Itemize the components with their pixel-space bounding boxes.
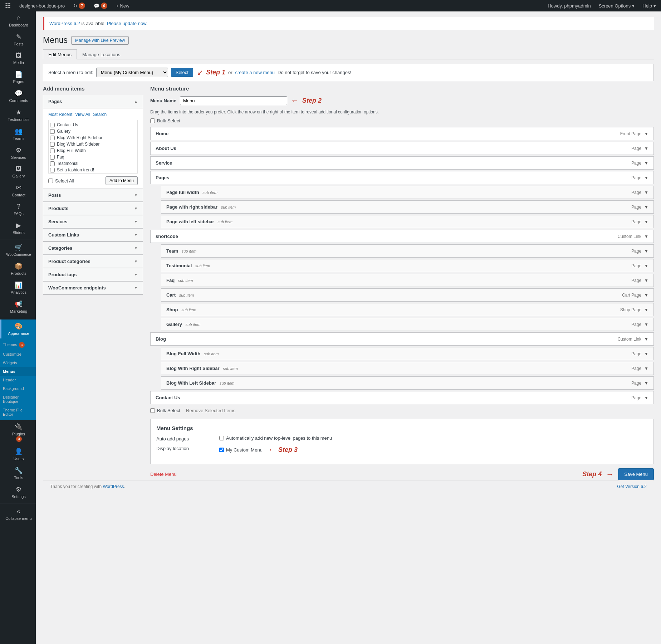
item-expand-shortcode[interactable]: ▼	[644, 234, 648, 239]
sidebar-item-faqs[interactable]: ? FAQs	[0, 200, 36, 219]
menu-item-shortcode[interactable]: shortcode Custom Link ▼	[150, 230, 654, 243]
sidebar-item-analytics[interactable]: 📊 Analytics	[0, 278, 36, 297]
menu-item-blog-full-width[interactable]: Blog Full Width sub item Page ▼	[161, 347, 654, 360]
please-update-link[interactable]: Please update now	[107, 21, 146, 26]
item-expand-about[interactable]: ▼	[644, 146, 648, 151]
location-checkbox-my-custom[interactable]	[219, 448, 224, 452]
menu-item-page-full-width[interactable]: Page full width sub item Page ▼	[161, 186, 654, 199]
pages-accordion-title[interactable]: Pages ▲	[43, 95, 143, 108]
categories-accordion-title[interactable]: Categories ▼	[43, 242, 143, 255]
menu-item-service[interactable]: Service Page ▼	[150, 156, 654, 170]
menu-item-team[interactable]: Team sub item Page ▼	[161, 244, 654, 258]
wp-version-link[interactable]: WordPress 6.2	[49, 21, 81, 26]
menu-item-about[interactable]: About Us Page ▼	[150, 142, 654, 155]
bulk-select-bottom-checkbox[interactable]	[150, 408, 155, 413]
submenu-menus[interactable]: Menus	[0, 367, 36, 376]
sidebar-item-products[interactable]: 📦 Products	[0, 259, 36, 278]
menu-item-blog-left[interactable]: Blog With Left Sidebar sub item Page ▼	[161, 376, 654, 390]
sidebar-item-users[interactable]: 👤 Users	[0, 445, 36, 464]
sidebar-item-dashboard[interactable]: ⌂ Dashboard	[0, 11, 36, 30]
page-checkbox-blog-full[interactable]	[50, 148, 55, 153]
submenu-background[interactable]: Background	[0, 384, 36, 393]
submenu-customize[interactable]: Customize	[0, 350, 36, 358]
sidebar-item-contact[interactable]: ✉ Contact	[0, 181, 36, 200]
help-btn[interactable]: Help ▾	[640, 0, 658, 11]
comments-count[interactable]: 💬 0	[92, 0, 109, 11]
sidebar-item-posts[interactable]: ✎ Posts	[0, 30, 36, 49]
delete-menu-link[interactable]: Delete Menu	[150, 472, 177, 477]
page-checkbox-blog-right[interactable]	[50, 136, 55, 140]
submenu-designer-boutique[interactable]: Designer Boutique	[0, 393, 36, 406]
item-expand-faq[interactable]: ▼	[644, 278, 648, 283]
product-categories-accordion-title[interactable]: Product categories ▼	[43, 255, 143, 268]
submenu-theme-file-editor[interactable]: Theme File Editor	[0, 406, 36, 419]
sidebar-item-settings[interactable]: ⚙ Settings	[0, 483, 36, 502]
site-name[interactable]: designer-boutique-pro	[17, 0, 67, 11]
item-expand-blog-left[interactable]: ▼	[644, 381, 648, 386]
screen-options-btn[interactable]: Screen Options ▾	[597, 0, 637, 11]
item-expand-blog-full[interactable]: ▼	[644, 351, 648, 356]
update-wp-link[interactable]: WordPress 6.2	[49, 21, 81, 26]
sidebar-item-tools[interactable]: 🔧 Tools	[0, 464, 36, 483]
howdy-user[interactable]: Howdy, phpmyadmin	[545, 0, 593, 11]
submenu-themes[interactable]: Themes 3	[0, 340, 36, 350]
item-expand-service[interactable]: ▼	[644, 161, 648, 166]
item-expand-team[interactable]: ▼	[644, 249, 648, 254]
item-expand-testimonial[interactable]: ▼	[644, 263, 648, 268]
tab-search[interactable]: Search	[93, 112, 107, 117]
menu-item-testimonial[interactable]: Testimonial sub item Page ▼	[161, 259, 654, 272]
page-checkbox-fashion[interactable]	[50, 168, 55, 172]
menu-item-pages[interactable]: Pages Page ▼	[150, 171, 654, 184]
submenu-header[interactable]: Header	[0, 376, 36, 384]
item-expand-pages[interactable]: ▼	[644, 175, 648, 180]
page-checkbox-testimonial[interactable]	[50, 161, 55, 166]
tab-edit-menus[interactable]: Edit Menus	[43, 49, 77, 59]
menu-item-faq[interactable]: Faq sub item Page ▼	[161, 274, 654, 287]
sidebar-item-sliders[interactable]: ▶ Sliders	[0, 219, 36, 238]
sidebar-item-pages[interactable]: 📄 Pages	[0, 68, 36, 87]
sidebar-item-appearance[interactable]: 🎨 Appearance	[0, 319, 36, 338]
add-to-menu-button[interactable]: Add to Menu	[106, 176, 138, 185]
live-preview-button[interactable]: Manage with Live Preview	[71, 36, 129, 45]
sidebar-item-marketing[interactable]: 📢 Marketing	[0, 297, 36, 316]
select-all-checkbox[interactable]	[48, 179, 53, 183]
item-expand-contact[interactable]: ▼	[644, 395, 648, 400]
menu-item-cart[interactable]: Cart sub item Cart Page ▼	[161, 288, 654, 302]
menu-name-input[interactable]	[180, 96, 287, 105]
sidebar-item-collapse[interactable]: « Collapse menu	[0, 505, 36, 523]
submenu-widgets[interactable]: Widgets	[0, 358, 36, 367]
menu-item-home[interactable]: Home Front Page ▼	[150, 127, 654, 140]
wp-logo[interactable]: ☷	[3, 0, 13, 11]
item-expand-page-left[interactable]: ▼	[644, 219, 648, 224]
sidebar-item-teams[interactable]: 👥 Teams	[0, 125, 36, 143]
sidebar-item-testimonials[interactable]: ★ Testimonials	[0, 106, 36, 125]
item-expand-blog[interactable]: ▼	[644, 337, 648, 342]
tab-most-recent[interactable]: Most Recent	[48, 112, 72, 117]
item-expand-blog-right[interactable]: ▼	[644, 366, 648, 371]
item-expand-home[interactable]: ▼	[644, 131, 648, 136]
custom-links-accordion-title[interactable]: Custom Links ▼	[43, 229, 143, 241]
menu-item-gallery[interactable]: Gallery sub item Page ▼	[161, 318, 654, 331]
woo-endpoints-accordion-title[interactable]: WooCommerce endpoints ▼	[43, 282, 143, 294]
updates-count[interactable]: ↻ 7	[71, 0, 87, 11]
page-checkbox-faq[interactable]	[50, 155, 55, 160]
wordpress-link[interactable]: WordPress	[103, 484, 124, 489]
tab-manage-locations[interactable]: Manage Locations	[77, 49, 126, 59]
page-checkbox-gallery[interactable]	[50, 129, 55, 134]
products-accordion-title[interactable]: Products ▼	[43, 202, 143, 215]
tab-view-all[interactable]: View All	[75, 112, 90, 117]
sidebar-item-woocommerce[interactable]: 🛒 WooCommerce	[0, 241, 36, 259]
select-button[interactable]: Select	[171, 68, 193, 77]
item-expand-shop[interactable]: ▼	[644, 307, 648, 312]
get-version-link[interactable]: Get Version 6.2	[617, 484, 647, 489]
create-new-menu-link[interactable]: create a new menu	[235, 70, 275, 75]
item-expand-cart[interactable]: ▼	[644, 293, 648, 298]
sidebar-item-media[interactable]: 🖼 Media	[0, 49, 36, 68]
menu-item-page-left-sidebar[interactable]: Page with left sidebar sub item Page ▼	[161, 215, 654, 228]
services-accordion-title[interactable]: Services ▼	[43, 215, 143, 228]
item-expand-page-full[interactable]: ▼	[644, 190, 648, 195]
sidebar-item-plugins[interactable]: 🔌 Plugins 3	[0, 420, 36, 445]
save-menu-button[interactable]: Save Menu	[618, 468, 654, 480]
menu-item-page-right-sidebar[interactable]: Page with right sidebar sub item Page ▼	[161, 200, 654, 214]
product-tags-accordion-title[interactable]: Product tags ▼	[43, 268, 143, 281]
